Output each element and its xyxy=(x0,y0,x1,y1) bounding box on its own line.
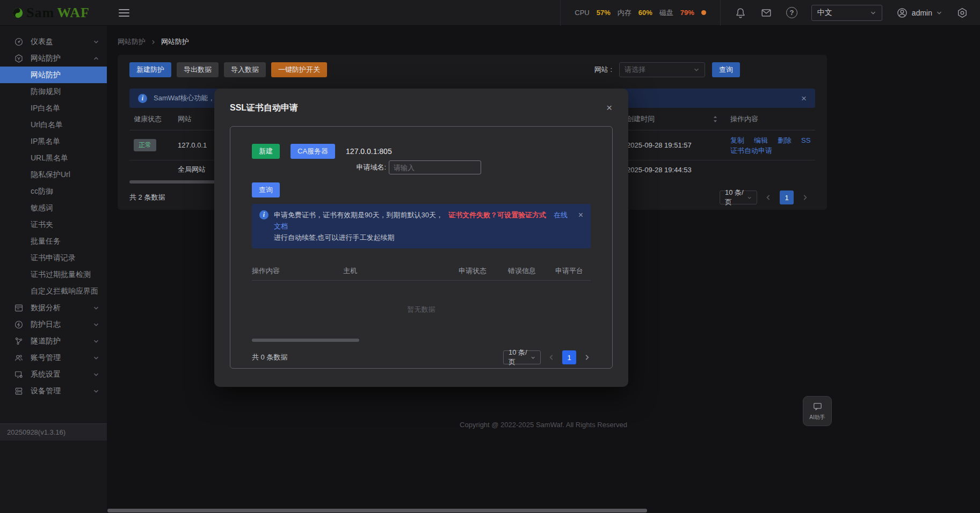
sidebar-item-system-settings[interactable]: 系统设置 xyxy=(0,366,107,383)
sidebar-subitem-cc-defense[interactable]: cc防御 xyxy=(0,183,107,200)
language-select[interactable]: 中文 xyxy=(811,5,882,21)
menu-collapse-icon[interactable] xyxy=(119,9,129,17)
sidebar-subitem-url-blacklist[interactable]: URL黑名单 xyxy=(0,150,107,166)
modal-table-header: 操作内容 主机 申请状态 错误信息 申请平台 xyxy=(252,261,591,281)
export-data-button[interactable]: 导出数据 xyxy=(177,62,219,77)
site-select[interactable]: 请选择 xyxy=(619,62,705,77)
sidebar-subitem-ip-blacklist[interactable]: IP黑名单 xyxy=(0,133,107,150)
sidebar-item-protect-logs[interactable]: 防护日志 xyxy=(0,316,107,333)
chevron-down-icon xyxy=(531,355,535,361)
mail-icon[interactable] xyxy=(760,7,772,19)
sidebar-subitem-cert-expire-check[interactable]: 证书过期批量检测 xyxy=(0,266,107,283)
cpu-label: CPU xyxy=(575,9,589,17)
query-button[interactable]: 查询 xyxy=(712,62,740,77)
copy-link[interactable]: 复制 xyxy=(730,135,744,145)
col-created: 创建时间 xyxy=(615,114,730,124)
chevron-up-icon xyxy=(93,55,99,62)
disk-label: 磁盘 xyxy=(659,8,673,18)
chevron-down-icon xyxy=(693,67,700,73)
info-icon: i xyxy=(138,94,147,103)
sidebar-subitem-privacy-url[interactable]: 隐私保护Url xyxy=(0,166,107,183)
ca-server-address: 127.0.0.1:805 xyxy=(346,147,392,156)
domain-input[interactable] xyxy=(389,160,481,174)
create-button[interactable]: 新建 xyxy=(252,144,280,159)
breadcrumb-current: 网站防护 xyxy=(161,37,189,47)
breadcrumb: 网站防护 网站防护 xyxy=(107,26,980,47)
import-data-button[interactable]: 导入数据 xyxy=(224,62,266,77)
ssl-cert-link[interactable]: SSL证书 xyxy=(801,135,811,145)
sidebar-subitem-custom-block-page[interactable]: 自定义拦截响应界面 xyxy=(0,283,107,299)
sidebar-item-account-manage[interactable]: 账号管理 xyxy=(0,349,107,366)
dialog-close-icon[interactable]: × xyxy=(606,102,612,113)
next-page-icon[interactable] xyxy=(583,354,591,361)
ssl-cert-auto-apply-dialog: SSL证书自动申请 × 新建 CA服务器 127.0.0.1:805 申请域名:… xyxy=(214,89,628,387)
page-horizontal-scrollbar[interactable] xyxy=(107,509,647,512)
sidebar-subitem-defense-rules[interactable]: 防御规则 xyxy=(0,83,107,100)
domain-label: 申请域名: xyxy=(252,163,386,172)
chevron-right-icon xyxy=(150,39,156,45)
sidebar-subitem-cert-folder[interactable]: 证书夹 xyxy=(0,216,107,233)
user-menu[interactable]: admin xyxy=(896,7,942,19)
sort-icon[interactable] xyxy=(712,115,718,123)
new-protect-button[interactable]: 新建防护 xyxy=(129,62,171,77)
close-icon[interactable]: × xyxy=(801,94,807,103)
sidebar-subitem-url-whitelist[interactable]: Url白名单 xyxy=(0,116,107,133)
sidebar: 仪表盘 网站防护 网站防护 防御规则 IP白名单 Url白名单 IP黑名单 UR… xyxy=(0,26,107,513)
shield-icon xyxy=(14,54,24,63)
gauge-icon xyxy=(14,37,24,47)
close-icon[interactable]: × xyxy=(578,209,583,221)
modal-page-size-select[interactable]: 10 条/页 xyxy=(503,350,541,364)
sidebar-item-dashboard[interactable]: 仪表盘 xyxy=(0,33,107,50)
modal-query-button[interactable]: 查询 xyxy=(252,182,280,197)
col-host: 主机 xyxy=(343,266,459,276)
cert-auto-apply-link[interactable]: 证书自动申请 xyxy=(730,146,772,155)
modal-horizontal-scrollbar[interactable] xyxy=(252,339,359,342)
sidebar-subitem-ip-whitelist[interactable]: IP白名单 xyxy=(0,100,107,116)
notice-part2: 进行自动续签,也可以进行手工发起续期 xyxy=(274,233,395,241)
page-number-button[interactable]: 1 xyxy=(780,190,794,204)
sidebar-subitem-site-protect[interactable]: 网站防护 xyxy=(0,67,107,83)
domain-form-row: 申请域名: xyxy=(252,160,591,174)
sidebar-item-label: 隧道防护 xyxy=(31,336,61,346)
settings-gear-icon[interactable] xyxy=(956,7,968,19)
ai-assistant-button[interactable]: AI助手 xyxy=(803,396,832,426)
sidebar-item-label: 网站防护 xyxy=(31,54,61,63)
chevron-down-icon xyxy=(93,338,99,345)
sidebar-subitem-batch-tasks[interactable]: 批量任务 xyxy=(0,233,107,250)
prev-page-icon[interactable] xyxy=(548,354,555,361)
created-cell: 2025-09-28 19:44:53 xyxy=(615,166,730,174)
sidebar-item-site-protect[interactable]: 网站防护 xyxy=(0,50,107,67)
sidebar-item-tunnel-protect[interactable]: 隧道防护 xyxy=(0,333,107,349)
modal-page-number-button[interactable]: 1 xyxy=(562,350,576,364)
nodes-icon xyxy=(14,336,24,346)
monitor-gear-icon xyxy=(14,370,24,379)
ca-server-button[interactable]: CA服务器 xyxy=(291,144,335,159)
sidebar-subitem-sensitive-words[interactable]: 敏感词 xyxy=(0,200,107,216)
edit-link[interactable]: 编辑 xyxy=(754,135,768,145)
status-dot xyxy=(701,10,706,15)
operations-cell: 复制 编辑 删除 SSL证书 证书自动申请 xyxy=(730,135,815,156)
delete-link[interactable]: 删除 xyxy=(778,135,792,145)
onekey-protect-switch-button[interactable]: 一键防护开关 xyxy=(271,62,327,77)
sidebar-item-device-manage[interactable]: 设备管理 xyxy=(0,383,107,399)
brand-logo: Sam WAF xyxy=(0,5,107,21)
sidebar-subitem-cert-apply-records[interactable]: 证书申请记录 xyxy=(0,250,107,266)
breadcrumb-parent[interactable]: 网站防护 xyxy=(118,37,146,47)
sidebar-item-data-analysis[interactable]: 数据分析 xyxy=(0,299,107,316)
col-health-status: 健康状态 xyxy=(129,114,178,124)
brand-name-prefix: Sam xyxy=(26,5,54,21)
server-icon xyxy=(14,386,24,396)
col-apply-status: 申请状态 xyxy=(459,266,508,276)
sidebar-item-label: 防护日志 xyxy=(31,320,61,329)
next-page-icon[interactable] xyxy=(801,194,809,201)
col-operation: 操作内容 xyxy=(252,266,343,276)
ai-assistant-label: AI助手 xyxy=(809,414,825,421)
prev-page-icon[interactable] xyxy=(765,194,772,201)
page-size-select[interactable]: 10 条/页 xyxy=(720,190,757,204)
chevron-down-icon xyxy=(93,388,99,394)
chevron-down-icon xyxy=(93,355,99,361)
help-icon[interactable]: ? xyxy=(786,7,797,18)
top-bar: Sam WAF CPU 57% 内存 60% 磁盘 79% ? 中文 xyxy=(0,0,980,26)
notification-bell-icon[interactable] xyxy=(735,7,746,19)
site-select-label: 网站 : xyxy=(594,65,612,75)
